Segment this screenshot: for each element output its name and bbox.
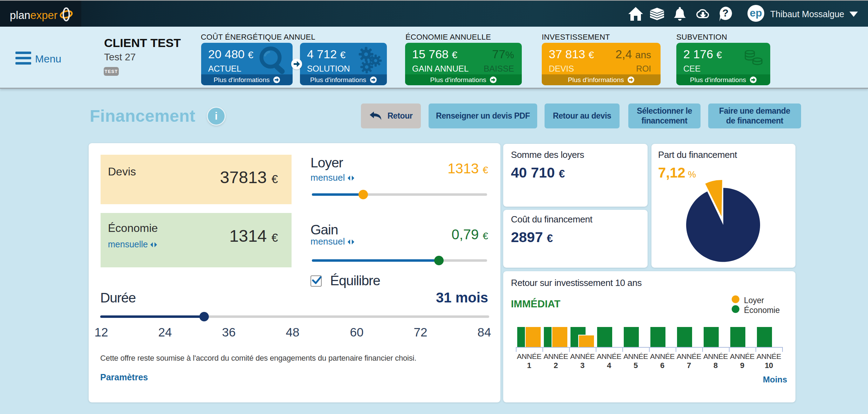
svg-text:?: ? [722, 7, 729, 19]
